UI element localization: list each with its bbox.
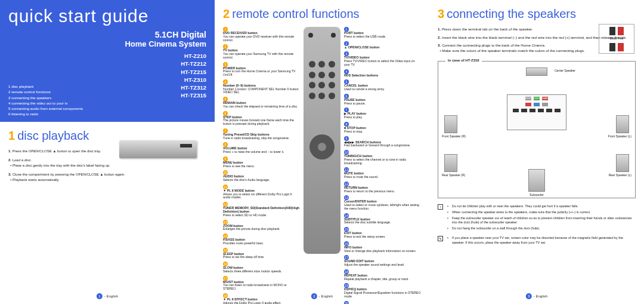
- section2-num: 2: [223, 7, 230, 20]
- step-3: 3. Close the compartment by pressing the…: [8, 172, 206, 183]
- callout-item: 19 DSP/EQ buttonDigital Signal Processor…: [344, 283, 421, 298]
- callout-item: 12 TUNER MEMORY, SD(Standard Definition)…: [223, 202, 300, 217]
- receiver-back: FRONTCENTERREAR: [507, 94, 566, 130]
- sstep3-n: 3.: [438, 43, 441, 47]
- callout-item: 7 Tuning Preset/CD Skip buttonsTune in r…: [223, 128, 300, 140]
- step2-text: Load a disc.: [13, 158, 32, 162]
- callout-item: 5 CANCEL buttonUsed to cancel a wrong en…: [344, 79, 421, 91]
- step-2: 2. Load a disc. • Place a disc gently in…: [8, 158, 206, 168]
- warn-4: Do not hang the subwoofer on a wall thro…: [447, 226, 636, 231]
- page3-lang: - English: [534, 294, 547, 298]
- section1-text: disc playback: [17, 129, 89, 142]
- model-1: HT-TZ212: [8, 60, 206, 67]
- table-of-contents: 1 disc playback 2 remote control functio…: [8, 84, 83, 117]
- callout-item: 10 TUNING/CH buttonPress to select the c…: [344, 150, 421, 165]
- remote-eject-btn: [331, 33, 336, 38]
- callout-item: 12 RETURN buttonPress to return to the p…: [344, 182, 421, 194]
- callout-item: 3 POWER buttonPress to turn the Home Cin…: [223, 62, 300, 77]
- callouts-left: 1 DVD RECEIVER buttonYou can operate you…: [223, 27, 300, 304]
- terminal-diagram: Black Red: [599, 24, 634, 54]
- sstep1-t: Press down the terminal tab on the back …: [442, 27, 533, 31]
- remote-layout: 1 DVD RECEIVER buttonYou can operate you…: [223, 27, 421, 304]
- callout-item: 3 TV/VIDEO buttonPress TV/VIDEO button t…: [344, 51, 421, 66]
- callout-item: 5 REMAIN buttonYou can check the elapsed…: [223, 97, 300, 109]
- callout-item: 13 ZOOM buttonEnlarges the picture durin…: [223, 220, 300, 232]
- step3-text: Close the compartment by pressing the OP…: [13, 173, 125, 176]
- section3-title: 3connecting the speakers: [438, 7, 636, 21]
- page2-num: 2: [311, 293, 317, 299]
- callout-item: 6 PAUSE buttonPress to pause.: [344, 94, 421, 106]
- warning-notes: ! Do not let children play with or near …: [438, 204, 636, 247]
- section-disc-playback: 1disc playback 1. Press the OPEN/CLOSE ▲…: [8, 115, 206, 183]
- label-fl: Front Speaker (L): [608, 134, 631, 138]
- callout-item: 8 ■ STOP buttonPress to stop.: [344, 122, 421, 134]
- callout-item: 16 SLOW buttonSelects three different sl…: [223, 262, 300, 274]
- callout-item: 2 TV buttonYou can operate your Samsung …: [223, 44, 300, 59]
- toc-2: 2 remote control functions: [8, 89, 83, 94]
- toc-1: 1 disc playback: [8, 84, 83, 89]
- step2-sub: Place a disc gently into the tray with t…: [13, 164, 110, 167]
- callout-item: 11 MUTE buttonPress to mute the sound.: [344, 167, 421, 179]
- callout-item: 16 INFO buttonView or change disc playba…: [344, 241, 421, 253]
- callout-item: 14 P.BASS buttonProvides more powerful b…: [223, 234, 300, 245]
- warn-3: Keep the subwoofer speaker out of reach …: [447, 216, 636, 225]
- section2-title: 2remote control functions: [223, 7, 421, 21]
- terminal-black-icon: [609, 27, 615, 35]
- product-line1: 5.1CH Digital: [8, 30, 206, 39]
- page1-num: 1: [97, 293, 103, 299]
- section3-text: connecting the speakers: [447, 7, 576, 20]
- page2-footer: 2- English: [311, 293, 333, 299]
- toc-4: 4 connecting the video out to your tv: [8, 100, 83, 106]
- model-0: HT-Z210: [8, 52, 206, 60]
- callout-item: 1 PORT buttonPress to select the USB mod…: [344, 27, 421, 39]
- terminal-red-icon: [618, 27, 624, 35]
- callout-item: 17 SOUND EDIT buttonAdjust the speaker s…: [344, 255, 421, 267]
- callout-item: 2 ▲ OPEN/CLOSE button: [344, 41, 421, 50]
- page3-footer: 3- English: [526, 293, 547, 299]
- info-note: If you place a speaker near your TV set,…: [447, 236, 636, 244]
- terminal-black-label: Black: [610, 36, 617, 40]
- remote-illustration: [304, 27, 340, 254]
- callout-item: 4 Number (0~9) buttonsNumber 1 button: C…: [223, 79, 300, 94]
- speaker-subwoofer: [528, 169, 545, 192]
- callouts-right: 1 PORT buttonPress to select the USB mod…: [344, 27, 421, 304]
- speaker-front-l: [616, 115, 629, 133]
- sstep1-n: 1.: [438, 27, 441, 31]
- speaker-rear-l: [616, 154, 629, 172]
- callout-item: 18 ▼ PL II EFFECT buttonAdjusts the Dolb…: [223, 293, 300, 304]
- section2-text: remote control functions: [232, 7, 359, 20]
- page-2: 2remote control functions 1 DVD RECEIVER…: [215, 0, 429, 304]
- label-center: Center Speaker: [555, 69, 575, 72]
- callout-item: 14 SUBTITLE buttonSelects the disc subti…: [344, 213, 421, 225]
- section1-num: 1: [8, 129, 15, 142]
- toc-5: 5 connecting audio from external compone…: [8, 106, 83, 111]
- label-rl: Rear Speaker (L): [609, 173, 631, 177]
- page-3: 3connecting the speakers 1. Press down t…: [429, 0, 644, 304]
- player-illustration: [119, 140, 197, 158]
- callout-item: 11 ▼ PL II MODE buttonAllows you to sele…: [223, 185, 300, 199]
- callout-item: 10 AUDIO buttonSelects the disc's Audio …: [223, 170, 300, 182]
- callout-item: 13 Cursor/ENTER buttonUsed to select or …: [344, 195, 421, 210]
- callout-item: 9 MENU buttonPress to see the menu.: [223, 156, 300, 168]
- speaker-box-label: In case of HT-Z310: [445, 59, 482, 62]
- terminal-red-icon2: [618, 43, 624, 51]
- sstep3-sub: Make sure the colors of the speaker term…: [442, 48, 584, 53]
- label-fr: Front Speaker (R): [442, 134, 466, 138]
- speaker-rear-r: [444, 154, 457, 172]
- step1-text: Press the OPEN/CLOSE ▲ button to open th…: [13, 149, 101, 153]
- warn-1: Do not let children play with or near th…: [447, 204, 636, 208]
- toc-6: 6 listening to radio: [8, 111, 83, 116]
- callout-item: 4 RDS Selection buttons: [344, 69, 421, 78]
- callout-item: 6 STEP buttonThe picture moves forward o…: [223, 111, 300, 126]
- remote-numpad: [304, 60, 340, 102]
- remote-dpad: [309, 134, 335, 159]
- terminal-black-icon2: [609, 43, 615, 51]
- model-2: HT-TZ215: [8, 68, 206, 76]
- callout-item: 20 LOGO buttonYou can create your own TV…: [344, 301, 421, 304]
- callout-item: 17 MO/ST buttonYou can listen to radio b…: [223, 276, 300, 291]
- speaker-front-r: [444, 115, 457, 133]
- step3-num: 3.: [8, 173, 11, 176]
- terminal-red-label: Red: [618, 36, 623, 40]
- guide-title: quick start guide: [8, 7, 206, 25]
- callout-item: 15 SLEEP buttonPress to set the sleep of…: [223, 248, 300, 260]
